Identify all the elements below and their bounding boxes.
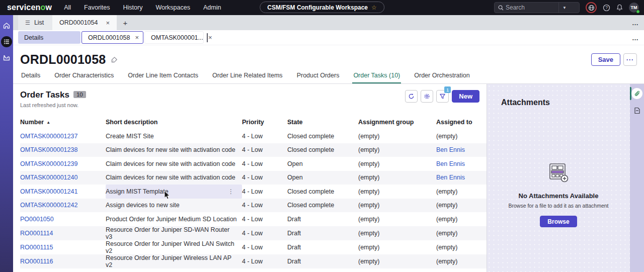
- column-header-label: Priority: [242, 119, 264, 126]
- settings-gear-button[interactable]: [421, 90, 433, 103]
- cell-number: RO0001116: [20, 254, 106, 268]
- tab-order-line-item-contacts[interactable]: Order Line Item Contacts: [127, 70, 199, 83]
- servicenow-logo[interactable]: servicenow: [7, 3, 52, 12]
- tab-product-orders[interactable]: Product Orders: [296, 70, 341, 83]
- short-description-text: Claim devices for new site with activati…: [106, 146, 235, 153]
- user-avatar[interactable]: TM: [629, 3, 639, 13]
- cell-assigned-to: (empty): [436, 254, 487, 268]
- cell-priority: 4 - Low: [242, 143, 287, 157]
- table-row[interactable]: OMTASK000001238Claim devices for new sit…: [20, 143, 487, 157]
- table-row[interactable]: RO0001115Resource Order for Juniper Wire…: [20, 240, 487, 254]
- tab-order-characteristics[interactable]: Order Characteristics: [53, 70, 115, 83]
- topmenu-item-all[interactable]: All: [64, 4, 71, 11]
- cell-short-description: Assign devices to new site: [106, 199, 242, 213]
- workspace-pill-button[interactable]: CSM/FSM Configurable Workspace ☆: [260, 2, 384, 13]
- column-header-label: Short description: [106, 119, 157, 126]
- save-button[interactable]: Save: [591, 53, 620, 66]
- filter-button[interactable]: 1: [436, 90, 449, 103]
- right-tool-rail: [630, 84, 644, 272]
- subtab-overflow-menu[interactable]: …: [632, 30, 639, 45]
- cell-number: RO0001114: [20, 226, 106, 240]
- record-number-link[interactable]: OMTASK000001238: [20, 146, 77, 153]
- tab-details[interactable]: Details: [20, 70, 41, 83]
- tab-order-orchestration[interactable]: Order Orchestration: [413, 70, 470, 83]
- tab-order-line-related-items[interactable]: Order Line Related Items: [211, 70, 284, 83]
- record-number-link[interactable]: RO0001115: [20, 244, 53, 251]
- record-number-link[interactable]: OMTASK000001240: [20, 174, 77, 181]
- cell-number: RO0001115: [20, 240, 106, 254]
- record-number-link[interactable]: PO0001050: [20, 216, 54, 223]
- close-tab-icon[interactable]: ×: [106, 20, 110, 26]
- table-row[interactable]: OMTASK000001241Assign MIST Template⋮4 - …: [20, 185, 487, 199]
- subtab-omtask[interactable]: OMTASK000001... ×: [144, 31, 204, 44]
- table-row[interactable]: PO0001050Product Order for Juniper Mediu…: [20, 212, 487, 226]
- menu-list-icon[interactable]: [1, 36, 12, 47]
- globe-icon[interactable]: [586, 2, 597, 13]
- attachments-empty-state: No Attachments Available Browse for a fi…: [487, 162, 630, 227]
- refresh-button[interactable]: [405, 90, 418, 103]
- tab-order-tasks-10[interactable]: Order Tasks (10): [352, 70, 401, 83]
- tag-icon[interactable]: [111, 56, 118, 63]
- row-context-menu-icon[interactable]: ⋮: [228, 188, 234, 195]
- filter-count-badge: 1: [444, 86, 451, 93]
- record-number-link[interactable]: OMTASK000001241: [20, 188, 77, 195]
- workspace-tray-icon[interactable]: [1, 52, 12, 63]
- subtab-details[interactable]: Details: [18, 31, 80, 44]
- topmenu-item-favorites[interactable]: Favorites: [84, 4, 110, 11]
- short-description-text: Resource Order for Juniper Wireless LAN …: [106, 254, 237, 268]
- subtab-ordl0001058[interactable]: ORDL0001058 ×: [82, 31, 143, 44]
- table-row[interactable]: OMTASK000001240Claim devices for new sit…: [20, 171, 487, 185]
- assigned-user-link[interactable]: Ben Ennis: [436, 160, 465, 167]
- assigned-user-link[interactable]: Ben Ennis: [436, 174, 465, 181]
- column-header-state[interactable]: State: [287, 115, 358, 129]
- home-icon[interactable]: [1, 20, 12, 31]
- document-panel-icon[interactable]: [631, 105, 642, 116]
- new-record-button[interactable]: New: [452, 90, 479, 103]
- topmenu-item-admin[interactable]: Admin: [203, 4, 221, 11]
- search-scope-dropdown[interactable]: ▼: [558, 3, 570, 13]
- table-row[interactable]: RO0001114Resource Order for Juniper SD-W…: [20, 226, 487, 240]
- table-row[interactable]: OMTASK000001242Assign devices to new sit…: [20, 199, 487, 213]
- attachments-paperclip-icon[interactable]: [631, 88, 642, 99]
- column-header-number[interactable]: Number▲: [20, 115, 106, 129]
- record-number-link[interactable]: OMTASK000001242: [20, 202, 77, 209]
- tab-list[interactable]: ☰ List: [18, 15, 52, 30]
- table-row[interactable]: RO0001116Resource Order for Juniper Wire…: [20, 254, 487, 268]
- record-more-button[interactable]: ···: [623, 53, 637, 66]
- record-number-link[interactable]: OMTASK000001237: [20, 133, 77, 140]
- column-header-assigned-to[interactable]: Assigned to: [436, 115, 487, 129]
- cell-assignment-group: (empty): [358, 129, 436, 143]
- topmenu-item-workspaces[interactable]: Workspaces: [155, 4, 190, 11]
- order-tasks-section: Order Tasks10 Last refreshed just now.: [13, 84, 487, 272]
- cell-assignment-group: (empty): [358, 171, 436, 185]
- cell-assigned-to: (empty): [436, 185, 487, 199]
- notifications-bell-icon[interactable]: [616, 4, 623, 11]
- cell-state: Open: [287, 157, 358, 171]
- list-header: Order Tasks10 Last refreshed just now.: [20, 90, 487, 108]
- record-number-link[interactable]: RO0001114: [20, 230, 53, 237]
- column-header-short-description[interactable]: Short description: [106, 115, 242, 129]
- list-tab-icon: ☰: [25, 20, 30, 26]
- tab-ord0001054[interactable]: ORD0001054 ×: [52, 15, 117, 30]
- table-row[interactable]: OMTASK000001239Claim devices for new sit…: [20, 157, 487, 171]
- column-header-priority[interactable]: Priority: [242, 115, 287, 129]
- tab-overflow-menu[interactable]: …: [632, 15, 639, 30]
- cell-state: Draft: [287, 254, 358, 268]
- short-description-text: Claim devices for new site with activati…: [106, 160, 235, 167]
- new-tab-button[interactable]: +: [117, 15, 134, 30]
- topmenu-item-history[interactable]: History: [123, 4, 143, 11]
- cell-assignment-group: (empty): [358, 226, 436, 240]
- browse-button[interactable]: Browse: [540, 216, 577, 227]
- record-number-link[interactable]: OMTASK000001239: [20, 160, 77, 167]
- search-input[interactable]: [506, 4, 558, 11]
- favorite-star-icon[interactable]: ☆: [371, 4, 377, 11]
- help-icon[interactable]: ?: [603, 4, 610, 12]
- close-subtab-icon[interactable]: ×: [135, 34, 139, 41]
- column-header-assignment-group[interactable]: Assignment group: [358, 115, 436, 129]
- row-count-badge: 10: [73, 91, 86, 98]
- assigned-user-link[interactable]: Ben Ennis: [436, 146, 465, 153]
- record-number-link[interactable]: RO0001116: [20, 258, 53, 265]
- cell-priority: 4 - Low: [242, 157, 287, 171]
- table-row[interactable]: OMTASK000001237Create MIST Site4 - LowCl…: [20, 129, 487, 143]
- close-subtab-icon-2[interactable]: ×: [208, 34, 212, 41]
